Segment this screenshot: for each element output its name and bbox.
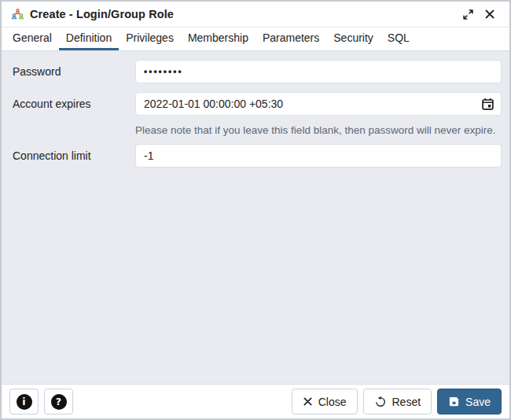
tab-general[interactable]: General (6, 28, 59, 50)
footer-action-buttons: Close Reset (292, 389, 502, 414)
connection-limit-row: Connection limit (13, 144, 502, 168)
reset-button[interactable]: Reset (363, 389, 432, 414)
account-expires-label: Account expires (13, 92, 135, 110)
connection-limit-label: Connection limit (13, 144, 135, 162)
tab-definition[interactable]: Definition (59, 28, 119, 50)
definition-tab-panel: Password Account expires (2, 51, 509, 384)
info-icon: i (17, 394, 32, 410)
maximize-icon[interactable] (459, 6, 476, 23)
reset-button-label: Reset (392, 396, 421, 408)
sql-info-button[interactable]: i (9, 389, 39, 414)
password-row: Password (13, 60, 502, 83)
tab-membership[interactable]: Membership (181, 28, 256, 50)
dialog-tabs: General Definition Privileges Membership… (2, 28, 509, 51)
connection-limit-input[interactable] (135, 144, 502, 168)
dialog-titlebar: Create - Login/Group Role (2, 2, 509, 28)
reset-undo-icon (374, 396, 387, 408)
save-button-label: Save (465, 396, 491, 408)
close-icon[interactable] (481, 6, 498, 23)
password-input[interactable] (135, 60, 502, 83)
close-button-label: Close (318, 396, 347, 408)
close-x-icon (303, 396, 313, 407)
help-button[interactable]: ? (44, 389, 73, 414)
password-control (135, 60, 502, 83)
tab-parameters[interactable]: Parameters (256, 28, 326, 50)
dialog-title: Create - Login/Group Role (30, 8, 174, 20)
account-expires-note-row: Please note that if you leave this field… (13, 121, 502, 138)
tab-sql[interactable]: SQL (380, 28, 417, 50)
account-expires-row: Account expires (13, 92, 502, 116)
tab-security[interactable]: Security (326, 28, 380, 50)
account-expires-input[interactable] (135, 92, 502, 116)
question-icon: ? (51, 394, 67, 410)
save-button[interactable]: Save (437, 389, 502, 414)
login-group-role-icon (11, 8, 24, 20)
dialog-footer: i ? Close Reset (2, 384, 509, 418)
account-expires-control (135, 92, 502, 116)
create-login-group-role-dialog: Create - Login/Group Role General Defini… (0, 0, 511, 420)
note-spacer (13, 121, 135, 127)
close-button[interactable]: Close (292, 389, 358, 414)
save-floppy-icon (448, 396, 460, 407)
password-label: Password (13, 60, 135, 78)
account-expires-note: Please note that if you leave this field… (135, 121, 502, 138)
calendar-icon[interactable] (476, 94, 498, 113)
connection-limit-control (135, 144, 502, 168)
tab-privileges[interactable]: Privileges (119, 28, 181, 50)
